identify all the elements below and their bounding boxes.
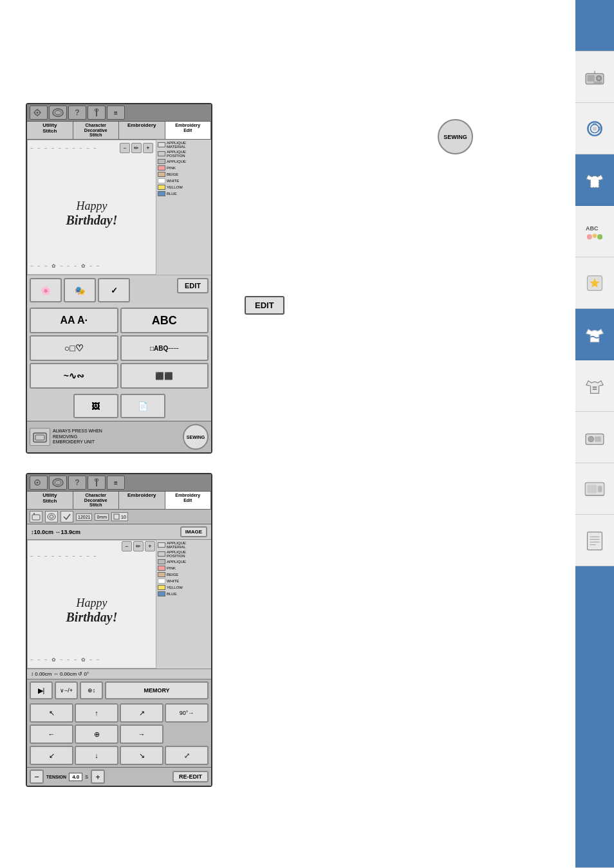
image-button[interactable]: IMAGE (180, 526, 207, 537)
ctrl-spacer (165, 725, 209, 744)
ctrl-arrange[interactable]: ⊕↕ (80, 681, 103, 699)
ctrl-arrow-downright[interactable]: ↘ (120, 746, 163, 765)
sidebar-tab-blue-bottom[interactable] (575, 566, 614, 868)
cat-btn-decor[interactable]: 🎭 (64, 278, 96, 302)
cat-btn-shapes[interactable]: ○□♡ (30, 335, 118, 361)
sidebar-tab-abc-flower[interactable]: ABC (575, 206, 614, 257)
ctrl-arrow-down[interactable]: ↓ (75, 746, 118, 765)
edit-button-main[interactable]: EDIT (245, 296, 284, 315)
ctrl-memory[interactable]: MEMORY (105, 681, 209, 699)
header-icon-question[interactable]: ? (68, 106, 86, 120)
cat-btn-layout[interactable]: ⬛⬛ (120, 363, 209, 389)
color-label-applique: APPLIQUE (167, 160, 186, 163)
panel2-header-icon-3[interactable]: ? (68, 476, 86, 490)
ctrl-rotate-90[interactable]: 90°→ (165, 703, 209, 723)
panel2-header-icon-2[interactable] (49, 476, 67, 490)
sidebar-tab-tshirt-sewing[interactable] (575, 360, 614, 412)
color-item-applique-position[interactable]: APPLIQUEPOSITION (158, 150, 210, 158)
info-hoop-icon[interactable] (45, 511, 58, 522)
panel2-header-icon-menu[interactable]: ≡ (107, 476, 125, 490)
color-item-pink[interactable]: PINK (158, 165, 210, 171)
svg-point-8 (593, 126, 597, 131)
tension-plus-btn[interactable]: + (91, 770, 105, 784)
p2-color-item-white[interactable]: WHITE (158, 578, 210, 584)
header-icon-settings[interactable] (30, 106, 48, 120)
ctrl-arrow-right[interactable]: → (120, 725, 163, 744)
info-stitch-icon[interactable] (30, 511, 42, 522)
sewing-button-panel1[interactable]: SEWING (183, 424, 209, 450)
ctrl-center[interactable]: ⊕ (75, 725, 118, 744)
sidebar-tab-sewing-machine[interactable] (575, 51, 614, 103)
ctrl-start[interactable]: ▶| (30, 681, 53, 699)
sidebar-tab-thread[interactable] (575, 103, 614, 154)
panel2-header-icon-1[interactable] (30, 476, 48, 490)
tab-embroidery[interactable]: Embroidery (119, 122, 165, 139)
re-edit-button[interactable]: RE-EDIT (172, 771, 209, 782)
ctrl-select[interactable]: ⤢ (165, 746, 209, 765)
header-icon-needle[interactable] (88, 106, 106, 120)
tab-embroidery-edit[interactable]: EmbroideryEdit (165, 122, 212, 139)
color-item-beige[interactable]: BEIGE (158, 172, 210, 177)
screen-panel-2: ? ≡ UtilityStitch CharacterDec (26, 473, 212, 787)
info-check-icon[interactable] (60, 511, 73, 522)
sidebar-tab-sewing2[interactable] (575, 412, 614, 463)
header-icon-menu[interactable]: ≡ (107, 106, 125, 120)
svg-rect-19 (595, 436, 601, 441)
color-item-blue[interactable]: BLUE (158, 191, 210, 196)
header-icon-hoop[interactable] (49, 106, 67, 120)
p2-color-item-pink[interactable]: PINK (158, 566, 210, 571)
preview-icon-plus[interactable]: + (143, 143, 153, 153)
color-item-applique[interactable]: APPLIQUE (158, 159, 210, 164)
cat-btn-floral[interactable]: 🌸 (30, 278, 62, 302)
color-item-applique-material[interactable]: APPLIQUEMATERIAL (158, 141, 210, 149)
ctrl-arrow-up[interactable]: ↑ (75, 703, 118, 723)
p2-icon-plus[interactable]: + (145, 541, 155, 551)
cat-btn-check[interactable]: ✓ (98, 278, 130, 302)
panel2-control-row1: ▶| ∨−/+ ⊕↕ MEMORY (27, 679, 211, 701)
cat-btn-page[interactable]: 📄 (120, 394, 165, 418)
ctrl-arrow-upright[interactable]: ↗ (120, 703, 163, 723)
panel2-tab-embroidery-edit[interactable]: EmbroideryEdit (165, 492, 212, 509)
panel2-tab-utility[interactable]: UtilityStitch (27, 492, 73, 509)
preview-icon-edit[interactable]: ✏ (131, 143, 142, 153)
cat-btn-abc[interactable]: ABC (120, 308, 209, 333)
sidebar-tab-machine2[interactable] (575, 463, 614, 515)
tab-character-stitch[interactable]: CharacterDecorativeStitch (73, 122, 120, 139)
panel2-tab-embroidery[interactable]: Embroidery (119, 492, 165, 509)
p2-color-item-applique[interactable]: APPLIQUE (158, 559, 210, 564)
p2-color-item-applique-material[interactable]: APPLIQUEMATERIAL (158, 541, 210, 549)
svg-rect-21 (588, 485, 597, 493)
cat-btn-frame[interactable]: 🖼 (73, 394, 118, 418)
p2-color-item-blue[interactable]: BLUE (158, 591, 210, 596)
p2-icon-minus[interactable]: − (122, 541, 132, 551)
right-sidebar: ABC (575, 0, 614, 868)
sidebar-tab-tshirt-wave[interactable] (575, 309, 614, 360)
panel2-tab-character[interactable]: CharacterDecorativeStitch (73, 492, 120, 509)
ctrl-arrow-downleft[interactable]: ↙ (30, 746, 73, 765)
ctrl-arrow-upleft[interactable]: ↖ (30, 703, 73, 723)
ctrl-slow[interactable]: ∨−/+ (55, 681, 78, 699)
ctrl-arrow-left[interactable]: ← (30, 725, 73, 744)
p2-color-item-applique-position[interactable]: APPLIQUEPOSITION (158, 550, 210, 558)
tab-utility-stitch[interactable]: UtilityStitch (27, 122, 73, 139)
panel2-arrow-row3: ↙ ↓ ↘ ⤢ (27, 746, 211, 767)
p2-color-item-yellow[interactable]: YELLOW (158, 585, 210, 590)
p2-icon-edit2[interactable]: ✏ (133, 541, 144, 551)
edit-button-panel1[interactable]: EDIT (177, 278, 209, 293)
tension-minus-btn[interactable]: − (30, 770, 44, 784)
sidebar-tab-star-badge[interactable] (575, 257, 614, 309)
sidebar-tab-blue-top[interactable] (575, 0, 614, 51)
preview-icon-minus[interactable]: − (120, 143, 130, 153)
svg-point-42 (37, 482, 39, 484)
color-item-yellow[interactable]: YELLOW (158, 185, 210, 190)
cat-btn-font[interactable]: AA A· (30, 308, 118, 333)
color-item-white[interactable]: WHITE (158, 178, 210, 183)
panel2-header-icon-4[interactable] (88, 476, 106, 490)
sidebar-tab-document[interactable] (575, 515, 614, 566)
cat-btn-box-text[interactable]: □ABQ~~~~ (120, 335, 209, 361)
p2-color-item-beige[interactable]: BEIGE (158, 572, 210, 577)
sidebar-tab-tshirt-dotted[interactable] (575, 154, 614, 206)
cat-btn-wave[interactable]: ~∿∾ (30, 363, 118, 389)
footer-icon-hoop[interactable] (30, 428, 50, 446)
sewing-button-main[interactable]: SEWING (438, 119, 473, 154)
